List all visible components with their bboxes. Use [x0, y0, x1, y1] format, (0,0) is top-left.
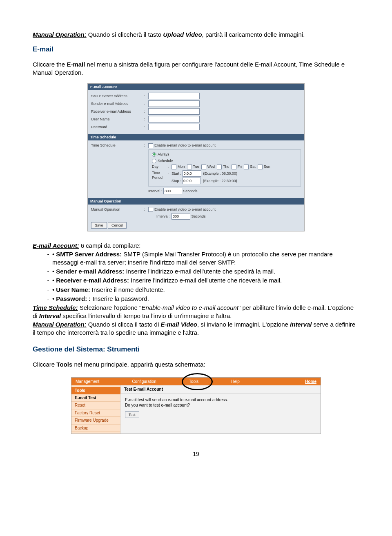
- nav-management[interactable]: Management: [76, 379, 99, 385]
- section-header-email-account: E-mail Account: [88, 84, 304, 90]
- day-fri-checkbox[interactable]: [232, 165, 236, 169]
- email-config-screenshot: E-mail Account SMTP Server Address: Send…: [87, 83, 305, 232]
- gestione-intro: Cliccare Tools nel menu principale, appa…: [33, 360, 359, 369]
- manual-operation-row-label: Manual Operation: [91, 207, 144, 212]
- start-time-input[interactable]: [183, 170, 201, 177]
- row-password: Password:: [91, 124, 301, 130]
- username-input[interactable]: [148, 116, 200, 122]
- manual-operation-label: Manual Operation:: [33, 31, 87, 38]
- day-sat-checkbox[interactable]: [244, 165, 249, 169]
- row-sender: Sender e-mail Address:: [91, 100, 301, 107]
- intro-paragraph: Manual Operation: Quando si cliccherà il…: [33, 31, 359, 39]
- sidebar-item-email-test[interactable]: E-mail Test: [71, 394, 120, 402]
- sidebar-item-firmware-upgrade[interactable]: Firmware Upgrade: [71, 417, 120, 425]
- manual-interval-input[interactable]: [172, 213, 190, 220]
- gestione-heading: Gestione del Sistema: Strumenti: [33, 345, 359, 354]
- time-schedule-label: Time Schedule: [91, 143, 144, 148]
- sidebar-header-tools: Tools: [71, 387, 120, 394]
- stop-time-input[interactable]: [182, 178, 201, 184]
- day-thu-checkbox[interactable]: [217, 165, 222, 169]
- email-account-title: E-mail Account:: [33, 242, 79, 249]
- day-tue-checkbox[interactable]: [187, 165, 192, 169]
- nav-bar: Management Configuration Tools Help Home: [71, 378, 321, 386]
- nav-help[interactable]: Help: [231, 379, 240, 385]
- day-sun-checkbox[interactable]: [258, 165, 263, 169]
- smtp-server-input[interactable]: [148, 93, 200, 99]
- main-panel-header: Test E-mail Account: [121, 385, 321, 394]
- manual-enable-checkbox[interactable]: [148, 207, 153, 212]
- section-header-time-schedule: Time Schedule: [88, 134, 304, 140]
- sidebar-item-factory-reset[interactable]: Factory Reset: [71, 409, 120, 417]
- test-button[interactable]: Test: [125, 411, 139, 418]
- email-account-block: E-mail Account: 6 campi da compilare: -•…: [33, 242, 359, 303]
- sidebar-item-backup[interactable]: Backup: [71, 425, 120, 432]
- test-desc-line1: E-mail test will send an e-mail to e-mai…: [125, 397, 316, 403]
- email-intro-text: Cliccare the E-mail nel menu a sinistra …: [33, 60, 359, 77]
- nav-home[interactable]: Home: [305, 379, 316, 385]
- day-wed-checkbox[interactable]: [201, 165, 206, 169]
- cancel-button[interactable]: Cencel: [108, 222, 127, 229]
- day-mon-checkbox[interactable]: [172, 165, 176, 169]
- enable-email-checkbox[interactable]: [148, 143, 153, 148]
- always-radio[interactable]: [152, 152, 156, 157]
- row-smtp-server: SMTP Server Address:: [91, 93, 301, 99]
- upload-video-label: Upload Video: [163, 31, 202, 38]
- receiver-email-input[interactable]: [148, 108, 200, 115]
- save-button[interactable]: Save: [91, 222, 107, 229]
- sidebar: Tools E-mail Test Reset Factory Reset Fi…: [71, 385, 121, 434]
- nav-tools-wrap[interactable]: Tools: [189, 379, 198, 385]
- nav-configuration[interactable]: Configuration: [132, 379, 156, 385]
- row-receiver: Receiver e-mail Address:: [91, 108, 301, 115]
- sidebar-item-reset[interactable]: Reset: [71, 402, 120, 409]
- sender-email-input[interactable]: [148, 100, 200, 107]
- test-desc-line2: Do you want to test e-mail account?: [125, 403, 316, 408]
- email-heading: E-mail: [33, 45, 359, 54]
- interval-input[interactable]: [163, 188, 182, 194]
- schedule-radio[interactable]: [152, 159, 156, 163]
- row-username: User Name:: [91, 116, 301, 122]
- manual-operation-paragraph: Manual Operation: Quando si clicca il ta…: [33, 320, 359, 337]
- highlight-circle-icon: [182, 373, 213, 390]
- page-number: 19: [33, 450, 359, 458]
- password-input[interactable]: [148, 124, 200, 130]
- tools-screenshot: Management Configuration Tools Help Home…: [71, 377, 321, 434]
- section-header-manual-operation: Manual Operation: [88, 198, 304, 205]
- time-schedule-paragraph: Time Schedule: Selezionare l'opzione "En…: [33, 304, 359, 320]
